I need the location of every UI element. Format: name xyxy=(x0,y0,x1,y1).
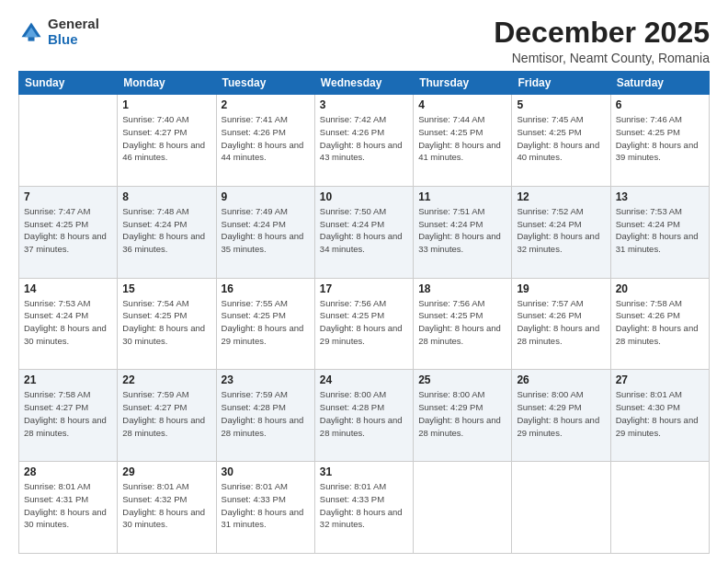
day-info: Sunrise: 8:00 AMSunset: 4:29 PMDaylight:… xyxy=(517,388,605,439)
day-number: 17 xyxy=(320,282,408,295)
day-number: 19 xyxy=(517,282,605,295)
day-number: 23 xyxy=(222,373,310,386)
day-number: 29 xyxy=(122,465,210,478)
table-row: 13Sunrise: 7:53 AMSunset: 4:24 PMDayligh… xyxy=(610,186,709,278)
day-info: Sunrise: 7:49 AMSunset: 4:24 PMDaylight:… xyxy=(222,205,310,256)
day-number: 15 xyxy=(122,282,210,295)
day-info: Sunrise: 7:55 AMSunset: 4:25 PMDaylight:… xyxy=(222,297,310,348)
day-info: Sunrise: 8:01 AMSunset: 4:33 PMDaylight:… xyxy=(320,480,408,531)
header-monday: Monday xyxy=(118,72,216,95)
table-row: 3Sunrise: 7:42 AMSunset: 4:26 PMDaylight… xyxy=(314,95,413,187)
svg-rect-2 xyxy=(28,37,35,40)
header-friday: Friday xyxy=(512,72,610,95)
table-row: 9Sunrise: 7:49 AMSunset: 4:24 PMDaylight… xyxy=(216,186,314,278)
table-row: 11Sunrise: 7:51 AMSunset: 4:24 PMDayligh… xyxy=(414,186,512,278)
day-info: Sunrise: 7:54 AMSunset: 4:25 PMDaylight:… xyxy=(122,297,210,348)
day-number: 4 xyxy=(418,98,506,111)
day-number: 1 xyxy=(122,98,210,111)
day-number: 7 xyxy=(24,190,112,203)
day-number: 27 xyxy=(616,373,704,386)
table-row: 24Sunrise: 8:00 AMSunset: 4:28 PMDayligh… xyxy=(314,370,413,462)
calendar-table: Sunday Monday Tuesday Wednesday Thursday… xyxy=(18,71,710,554)
day-number: 5 xyxy=(517,98,605,111)
day-info: Sunrise: 8:01 AMSunset: 4:30 PMDaylight:… xyxy=(616,388,704,439)
day-number: 25 xyxy=(418,373,506,386)
day-number: 18 xyxy=(418,282,506,295)
table-row: 25Sunrise: 8:00 AMSunset: 4:29 PMDayligh… xyxy=(414,370,512,462)
table-row: 26Sunrise: 8:00 AMSunset: 4:29 PMDayligh… xyxy=(512,370,610,462)
day-number: 8 xyxy=(122,190,210,203)
table-row: 19Sunrise: 7:57 AMSunset: 4:26 PMDayligh… xyxy=(512,278,610,370)
table-row: 31Sunrise: 8:01 AMSunset: 4:33 PMDayligh… xyxy=(314,462,413,554)
day-info: Sunrise: 7:59 AMSunset: 4:28 PMDaylight:… xyxy=(222,388,310,439)
header-wednesday: Wednesday xyxy=(314,72,413,95)
day-info: Sunrise: 7:53 AMSunset: 4:24 PMDaylight:… xyxy=(24,297,112,348)
table-row: 27Sunrise: 8:01 AMSunset: 4:30 PMDayligh… xyxy=(610,370,709,462)
day-number: 6 xyxy=(616,98,704,111)
table-row xyxy=(19,95,118,187)
day-info: Sunrise: 7:46 AMSunset: 4:25 PMDaylight:… xyxy=(616,113,704,164)
day-info: Sunrise: 7:56 AMSunset: 4:25 PMDaylight:… xyxy=(320,297,408,348)
header-thursday: Thursday xyxy=(414,72,512,95)
logo-text: General Blue xyxy=(48,17,99,47)
table-row: 16Sunrise: 7:55 AMSunset: 4:25 PMDayligh… xyxy=(216,278,314,370)
table-row xyxy=(512,462,610,554)
day-info: Sunrise: 7:52 AMSunset: 4:24 PMDaylight:… xyxy=(517,205,605,256)
day-info: Sunrise: 7:58 AMSunset: 4:27 PMDaylight:… xyxy=(24,388,112,439)
day-info: Sunrise: 7:58 AMSunset: 4:26 PMDaylight:… xyxy=(616,297,704,348)
day-info: Sunrise: 7:44 AMSunset: 4:25 PMDaylight:… xyxy=(418,113,506,164)
day-number: 26 xyxy=(517,373,605,386)
logo-blue-text: Blue xyxy=(48,32,99,48)
day-number: 3 xyxy=(320,98,408,111)
day-number: 13 xyxy=(616,190,704,203)
page: General Blue December 2025 Nemtisor, Nea… xyxy=(0,0,728,563)
day-info: Sunrise: 7:48 AMSunset: 4:24 PMDaylight:… xyxy=(122,205,210,256)
table-row xyxy=(610,462,709,554)
table-row: 5Sunrise: 7:45 AMSunset: 4:25 PMDaylight… xyxy=(512,95,610,187)
main-title: December 2025 xyxy=(494,17,710,49)
header-tuesday: Tuesday xyxy=(216,72,314,95)
day-info: Sunrise: 7:47 AMSunset: 4:25 PMDaylight:… xyxy=(24,205,112,256)
day-number: 2 xyxy=(222,98,310,111)
table-row: 21Sunrise: 7:58 AMSunset: 4:27 PMDayligh… xyxy=(19,370,118,462)
table-row: 14Sunrise: 7:53 AMSunset: 4:24 PMDayligh… xyxy=(19,278,118,370)
header-sunday: Sunday xyxy=(19,72,118,95)
day-number: 14 xyxy=(24,282,112,295)
calendar-week-row: 14Sunrise: 7:53 AMSunset: 4:24 PMDayligh… xyxy=(19,278,710,370)
day-info: Sunrise: 8:01 AMSunset: 4:32 PMDaylight:… xyxy=(122,480,210,531)
day-number: 10 xyxy=(320,190,408,203)
table-row: 22Sunrise: 7:59 AMSunset: 4:27 PMDayligh… xyxy=(118,370,216,462)
day-info: Sunrise: 7:41 AMSunset: 4:26 PMDaylight:… xyxy=(222,113,310,164)
logo-icon xyxy=(18,19,44,45)
table-row: 2Sunrise: 7:41 AMSunset: 4:26 PMDaylight… xyxy=(216,95,314,187)
day-number: 22 xyxy=(122,373,210,386)
day-info: Sunrise: 7:45 AMSunset: 4:25 PMDaylight:… xyxy=(517,113,605,164)
subtitle: Nemtisor, Neamt County, Romania xyxy=(494,51,710,65)
calendar-week-row: 7Sunrise: 7:47 AMSunset: 4:25 PMDaylight… xyxy=(19,186,710,278)
table-row: 28Sunrise: 8:01 AMSunset: 4:31 PMDayligh… xyxy=(19,462,118,554)
day-info: Sunrise: 7:57 AMSunset: 4:26 PMDaylight:… xyxy=(517,297,605,348)
header-saturday: Saturday xyxy=(610,72,709,95)
day-info: Sunrise: 8:01 AMSunset: 4:31 PMDaylight:… xyxy=(24,480,112,531)
day-number: 28 xyxy=(24,465,112,478)
table-row: 12Sunrise: 7:52 AMSunset: 4:24 PMDayligh… xyxy=(512,186,610,278)
day-info: Sunrise: 8:00 AMSunset: 4:29 PMDaylight:… xyxy=(418,388,506,439)
day-number: 31 xyxy=(320,465,408,478)
day-info: Sunrise: 7:50 AMSunset: 4:24 PMDaylight:… xyxy=(320,205,408,256)
day-info: Sunrise: 7:51 AMSunset: 4:24 PMDaylight:… xyxy=(418,205,506,256)
table-row xyxy=(414,462,512,554)
table-row: 1Sunrise: 7:40 AMSunset: 4:27 PMDaylight… xyxy=(118,95,216,187)
day-number: 20 xyxy=(616,282,704,295)
table-row: 18Sunrise: 7:56 AMSunset: 4:25 PMDayligh… xyxy=(414,278,512,370)
calendar-header-row: Sunday Monday Tuesday Wednesday Thursday… xyxy=(19,72,710,95)
table-row: 6Sunrise: 7:46 AMSunset: 4:25 PMDaylight… xyxy=(610,95,709,187)
day-info: Sunrise: 7:42 AMSunset: 4:26 PMDaylight:… xyxy=(320,113,408,164)
day-number: 12 xyxy=(517,190,605,203)
table-row: 10Sunrise: 7:50 AMSunset: 4:24 PMDayligh… xyxy=(314,186,413,278)
day-number: 16 xyxy=(222,282,310,295)
table-row: 4Sunrise: 7:44 AMSunset: 4:25 PMDaylight… xyxy=(414,95,512,187)
calendar-week-row: 28Sunrise: 8:01 AMSunset: 4:31 PMDayligh… xyxy=(19,462,710,554)
day-info: Sunrise: 8:01 AMSunset: 4:33 PMDaylight:… xyxy=(222,480,310,531)
day-number: 24 xyxy=(320,373,408,386)
table-row: 8Sunrise: 7:48 AMSunset: 4:24 PMDaylight… xyxy=(118,186,216,278)
